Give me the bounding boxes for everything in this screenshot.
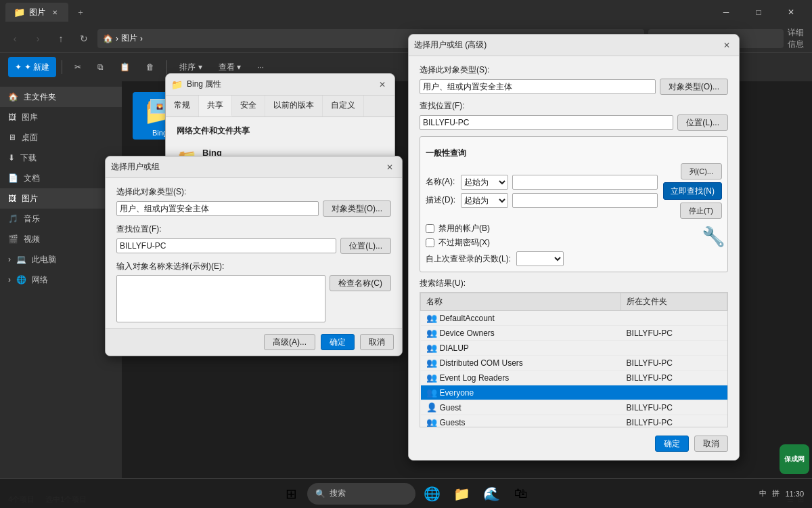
adv-cancel-btn[interactable]: 取消 [694,436,728,452]
sidebar-item-this-pc[interactable]: › 💻 此电脑 [0,249,122,270]
name-query-input[interactable] [512,175,658,190]
tab-security[interactable]: 安全 [232,96,265,117]
new-icon: ✦ [15,62,22,72]
check-name-btn[interactable]: 检查名称(C) [330,275,391,291]
days-select[interactable] [516,251,564,266]
taskbar-store[interactable]: 🛍 [508,480,535,507]
forward-btn[interactable]: › [28,29,47,48]
tab-close-btn[interactable]: ✕ [49,7,60,18]
select-user-close[interactable]: ✕ [383,161,397,174]
search-now-btn[interactable]: 立即查找(N) [663,182,722,200]
row-icon: 👥 [426,313,437,323]
desc-condition-select[interactable]: 起始为 [461,193,508,208]
table-row[interactable]: 👥Event Log ReadersBILLYFU-PC [421,371,727,385]
result-name: 👥Device Owners [421,326,621,341]
select-user-dialog: 选择用户或组 ✕ 选择此对象类型(S): 对象类型(O)... 查找位置(F):… [105,156,403,356]
row-icon: 👤 [426,402,437,412]
location-btn[interactable]: 位置(L)... [340,238,391,254]
table-row[interactable]: 👤GuestBILLYFU-PC [421,400,727,415]
tab-previous[interactable]: 以前的版本 [265,96,323,117]
sidebar-item-downloads[interactable]: ⬇ 下载 [0,148,122,168]
taskbar-search-label: 搜索 [330,488,346,499]
adv-location-input[interactable] [420,115,673,130]
new-tab-btn[interactable]: ＋ [71,3,90,22]
disabled-label: 禁用的帐户(B) [438,223,490,234]
maximize-btn[interactable]: □ [743,3,774,22]
sidebar-item-gallery[interactable]: 🖼 图库 [0,107,122,127]
back-btn[interactable]: ‹ [5,29,24,48]
copy-btn[interactable]: ⧉ [91,57,110,77]
no-expire-row: 不过期密码(X) [426,237,722,249]
table-row[interactable]: 👥Device OwnersBILLYFU-PC [421,326,727,341]
sidebar-item-music[interactable]: 🎵 音乐 [0,209,122,229]
disabled-checkbox[interactable] [426,224,434,233]
bing-props-close[interactable]: ✕ [376,78,389,91]
tab-custom[interactable]: 自定义 [323,96,364,117]
adv-location-btn[interactable]: 位置(L)... [677,114,728,131]
desc-query-label: 描述(D): [426,194,457,206]
advanced-close[interactable]: ✕ [720,39,734,52]
query-section: 一般性查询 名称(A): 起始为 描述(D): 起始为 列(C)... [420,136,728,272]
select-user-title: 选择用户或组 [111,161,383,173]
this-pc-chevron: › [8,255,11,264]
tab-general[interactable]: 常规 [166,96,199,117]
user-ok-btn[interactable]: 确定 [321,334,355,350]
sidebar-item-desktop[interactable]: 🖥 桌面 [0,127,122,148]
type-input[interactable] [116,201,319,216]
obj-type-btn[interactable]: 对象类型(O)... [323,200,391,217]
sidebar-item-pictures[interactable]: 🖼 图片 [0,188,122,209]
taskbar: ⊞ 🔍 搜索 🌐 📁 🌊 🛍 中 拼 11:30 [0,478,812,508]
close-btn[interactable]: ✕ [775,3,807,22]
taskbar-explorer[interactable]: 📁 [448,480,475,507]
name-condition-select[interactable]: 起始为 [461,175,508,190]
explorer-tab[interactable]: 📁 图片 ✕ [5,3,68,22]
sidebar-item-videos[interactable]: 🎬 视频 [0,229,122,249]
start-btn[interactable]: ⊞ [277,480,304,507]
adv-ok-btn[interactable]: 确定 [655,436,689,452]
type-label: 选择此对象类型(S): [116,186,391,198]
results-label: 搜索结果(U): [420,278,728,289]
sidebar-item-home[interactable]: 🏠 主文件夹 [0,87,122,107]
result-name: 👤Guest [421,400,621,415]
up-btn[interactable]: ↑ [51,29,70,48]
disabled-acct-row: 禁用的帐户(B) [426,223,722,234]
location-input[interactable] [116,238,336,253]
new-btn[interactable]: ✦ ✦ 新建 [8,57,56,77]
paste-btn[interactable]: 📋 [113,57,137,77]
name-input[interactable] [116,275,325,322]
tab-share[interactable]: 共享 [199,96,232,117]
table-row[interactable]: 👥DefaultAccount [421,311,727,326]
table-row[interactable]: 👥DIALUP [421,341,727,356]
sidebar-documents-label: 文档 [24,173,40,184]
input-method-pin[interactable]: 拼 [772,488,780,499]
taskbar-edge[interactable]: 🌊 [478,480,505,507]
home-sidebar-icon: 🏠 [8,92,18,102]
input-method-zh[interactable]: 中 [759,488,767,499]
sidebar-network-label: 网络 [32,274,48,286]
taskbar-files[interactable]: 🌐 [418,480,445,507]
advanced-btn[interactable]: 高级(A)... [264,334,315,350]
detail-btn[interactable]: 详细信息 [788,29,807,48]
results-scroll[interactable]: 名称 所在文件夹 👥DefaultAccount👥Device OwnersBI… [420,292,728,427]
refresh-btn[interactable]: ↻ [74,29,93,48]
table-row[interactable]: 👥GuestsBILLYFU-PC [421,415,727,428]
path-separator: › [116,34,118,43]
delete-btn[interactable]: 🗑 [139,57,161,77]
cut-btn[interactable]: ✂ [68,57,88,77]
desc-query-input[interactable] [512,193,658,208]
columns-btn[interactable]: 列(C)... [681,163,722,179]
result-location [621,385,727,400]
taskbar-search[interactable]: 🔍 搜索 [307,483,415,505]
noexpire-checkbox[interactable] [426,238,434,247]
minimize-btn[interactable]: ─ [710,3,742,22]
documents-icon: 📄 [8,173,18,183]
sidebar-item-documents[interactable]: 📄 文档 [0,168,122,188]
user-cancel-btn[interactable]: 取消 [360,334,394,350]
row-icon: 👥 [426,373,437,383]
adv-type-input[interactable] [420,79,656,94]
sidebar-item-network[interactable]: › 🌐 网络 [0,270,122,290]
stop-btn[interactable]: 停止(T) [680,203,722,219]
adv-type-btn[interactable]: 对象类型(O)... [660,79,728,95]
table-row[interactable]: 👥Everyone [421,385,727,400]
table-row[interactable]: 👥Distributed COM UsersBILLYFU-PC [421,356,727,371]
